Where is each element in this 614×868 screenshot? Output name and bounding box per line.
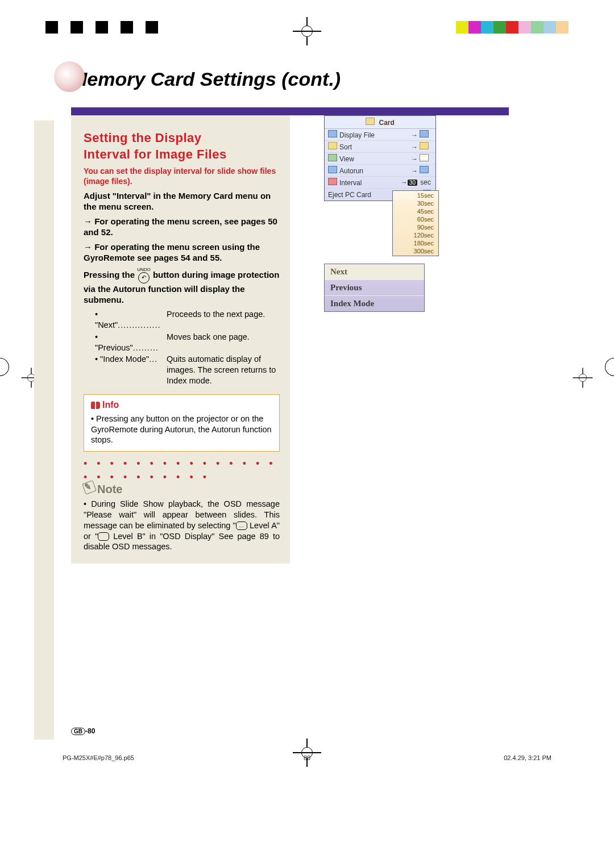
nav-item: Previous bbox=[325, 280, 424, 296]
info-box: Info • Pressing any button on the projec… bbox=[84, 394, 280, 452]
interval-option: 180sec bbox=[393, 239, 438, 247]
submenu-item-prev: • "Previous"......... Moves back one pag… bbox=[95, 332, 280, 353]
arrow-right-icon: → bbox=[411, 143, 418, 151]
interval-option: 120sec bbox=[393, 231, 438, 239]
arrow-right-icon: → bbox=[411, 167, 418, 175]
osd-row: Interval→30 sec bbox=[325, 177, 435, 189]
interval-option: 45sec bbox=[393, 207, 438, 215]
footer-filename: PG-M25X#E#p78_96.p65 bbox=[63, 754, 134, 761]
instruction-2: → For operating the menu screen, see pag… bbox=[84, 216, 280, 238]
nav-item: Index Mode bbox=[325, 296, 424, 311]
card-icon bbox=[366, 118, 375, 125]
menu-item-icon bbox=[328, 154, 337, 161]
submenu-box: NextPreviousIndex Mode bbox=[324, 264, 425, 312]
nav-item: Next bbox=[325, 264, 424, 280]
interval-value: 30 bbox=[408, 180, 417, 186]
footer-pagenum: 80 bbox=[304, 754, 310, 761]
interval-option: 300sec bbox=[393, 247, 438, 255]
submenu-icon bbox=[420, 142, 429, 149]
book-icon bbox=[91, 402, 100, 409]
submenu-icon bbox=[420, 154, 429, 161]
info-heading: Info bbox=[102, 400, 119, 410]
pen-icon bbox=[82, 480, 97, 495]
menu-item-icon bbox=[328, 166, 337, 173]
menu-item-icon bbox=[328, 142, 337, 149]
submenu-icon bbox=[420, 130, 429, 137]
note-heading: Note bbox=[97, 483, 122, 495]
menu-item-icon bbox=[328, 178, 337, 185]
section-lead: You can set the display interval for sli… bbox=[84, 166, 280, 186]
osd-row: Display File→ bbox=[325, 129, 435, 141]
submenu-item-next: • "Next"............... Proceeds to the … bbox=[95, 309, 280, 331]
menu-item-label: Display File bbox=[339, 131, 375, 139]
submenu-icon bbox=[420, 166, 429, 173]
page-number: GB-80 bbox=[71, 727, 95, 735]
footer-timestamp: 02.4.29, 3:21 PM bbox=[504, 754, 551, 761]
menu-item-label: Eject PC Card bbox=[328, 191, 371, 199]
menu-item-label: Autorun bbox=[339, 167, 363, 175]
level-b-icon bbox=[98, 532, 109, 541]
print-footer: PG-M25X#E#p78_96.p65 80 02.4.29, 3:21 PM bbox=[0, 754, 614, 761]
osd-row: View→ bbox=[325, 153, 435, 165]
undo-button-icon: ↶ bbox=[138, 272, 150, 283]
menu-item-icon bbox=[328, 130, 337, 137]
page-title: Memory Card Settings (cont.) bbox=[71, 68, 560, 90]
press-instruction: Pressing the UNDO ↶ button during image … bbox=[84, 267, 280, 306]
decorative-sphere bbox=[54, 61, 85, 92]
osd-row: Autorun→ bbox=[325, 165, 435, 177]
osd-row: Sort→ bbox=[325, 141, 435, 153]
menu-item-label: Sort bbox=[339, 143, 352, 151]
interval-option: 30sec bbox=[393, 199, 438, 207]
interval-option: 15sec bbox=[393, 191, 438, 199]
menu-item-label: Interval bbox=[339, 179, 362, 187]
left-margin-fill bbox=[34, 120, 54, 740]
note-body: • During Slide Show playback, the OSD me… bbox=[84, 499, 280, 552]
interval-option: 90sec bbox=[393, 223, 438, 231]
section-title: Setting the Display Interval for Image F… bbox=[84, 130, 280, 162]
content-column: Setting the Display Interval for Image F… bbox=[71, 115, 290, 564]
submenu-item-index: • "Index Mode"... Quits automatic displa… bbox=[95, 354, 280, 386]
instruction-3: → For operating the menu screen using th… bbox=[84, 241, 280, 264]
interval-options-list: 15sec30sec45sec60sec90sec120sec180sec300… bbox=[392, 190, 439, 256]
menu-item-label: View bbox=[339, 155, 354, 163]
accent-bar bbox=[71, 107, 509, 115]
note-divider-dots: • • • • • • • • • • • • • • • • • • • • … bbox=[84, 457, 280, 484]
osd-title: Card bbox=[379, 119, 395, 127]
level-a-icon: … bbox=[236, 521, 247, 530]
instruction-1: Adjust "Interval" in the Memory Card men… bbox=[84, 190, 280, 212]
osd-card-menu: Card Display File→Sort→View→Autorun→Inte… bbox=[324, 115, 436, 201]
info-body: Pressing any button on the projector or … bbox=[91, 414, 272, 445]
arrow-right-icon: → bbox=[411, 131, 418, 139]
interval-option: 60sec bbox=[393, 215, 438, 223]
arrow-right-icon: → bbox=[401, 178, 408, 186]
arrow-right-icon: → bbox=[411, 155, 418, 163]
